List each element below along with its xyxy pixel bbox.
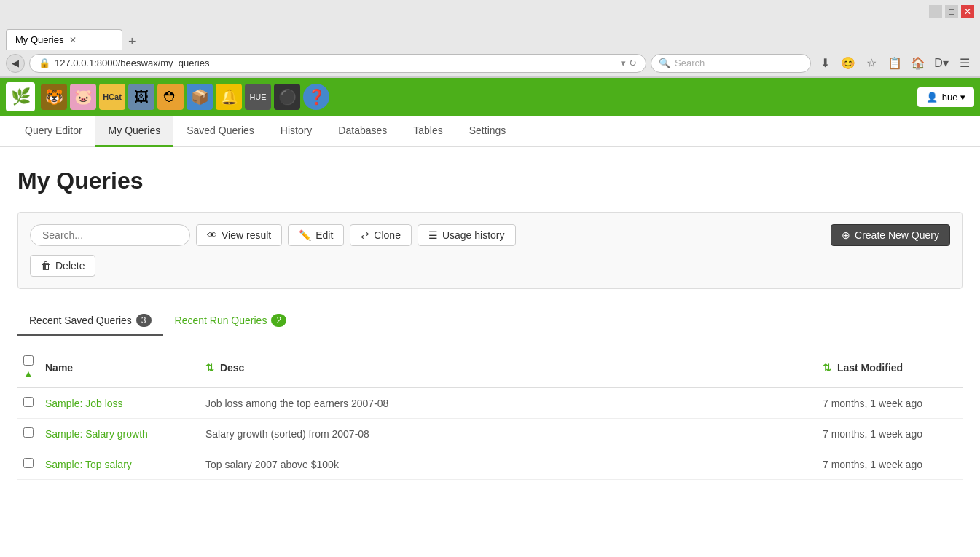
- queries-table: ▲ Name ⇅ Desc ⇅ Last Modified Sample:: [17, 348, 963, 480]
- tab-saved-queries[interactable]: Saved Queries: [173, 116, 267, 147]
- main-content: My Queries 👁 View result ✏️ Edit ⇄ Clone…: [0, 147, 980, 557]
- delete-button[interactable]: 🗑 Delete: [30, 255, 95, 277]
- content-tab-run[interactable]: Recent Run Queries 2: [163, 307, 299, 336]
- tab-history[interactable]: History: [267, 116, 326, 147]
- tab-databases[interactable]: Databases: [325, 116, 400, 147]
- eye-icon: 👁: [207, 229, 217, 241]
- dropdown-icon: ▾: [621, 58, 626, 68]
- view-result-button[interactable]: 👁 View result: [196, 224, 282, 246]
- app-icons: 🐯 🐷 HCat 🖼 ⛑ 📦 🔔 HUE ⚫ ❓: [41, 84, 917, 110]
- table-row: Sample: Job loss Job loss among the top …: [17, 387, 963, 419]
- app-icon-pig[interactable]: 🐷: [70, 84, 96, 110]
- col-header-modified[interactable]: ⇅ Last Modified: [817, 348, 963, 387]
- address-bar: ◀ 🔒 127.0.0.1:8000/beeswax/my_queries ▾ …: [0, 50, 980, 77]
- star-icon[interactable]: ☆: [862, 54, 881, 73]
- browser-actions: ⬇ 😊 ☆ 📋 🏠 D▾ ☰: [815, 54, 974, 73]
- view-result-label: View result: [222, 229, 271, 241]
- create-new-label: Create New Query: [855, 229, 939, 241]
- row-name-2[interactable]: Sample: Top salary: [39, 449, 200, 480]
- user-icon: 👤: [926, 92, 938, 103]
- col-name-label: Name: [45, 362, 73, 374]
- run-tab-badge: 2: [271, 314, 286, 327]
- tab-my-queries[interactable]: My Queries: [95, 116, 174, 147]
- app-icon-hue[interactable]: HUE: [245, 84, 271, 110]
- logo-icon: 🌿: [11, 87, 31, 106]
- minimize-button[interactable]: —: [929, 5, 942, 18]
- back-button[interactable]: ◀: [6, 54, 25, 73]
- close-button[interactable]: ✕: [961, 5, 974, 18]
- bookmark-icon[interactable]: 📋: [885, 54, 904, 73]
- row-desc-1: Salary growth (sorted) from 2007-08: [200, 419, 817, 449]
- row-desc-2: Top salary 2007 above $100k: [200, 449, 817, 480]
- tab-tables[interactable]: Tables: [400, 116, 455, 147]
- select-all-checkbox[interactable]: [23, 355, 34, 366]
- row-name-link-1[interactable]: Sample: Salary growth: [45, 428, 148, 440]
- tab-bar: My Queries ✕ +: [0, 23, 980, 50]
- row-name-link-2[interactable]: Sample: Top salary: [45, 459, 132, 470]
- app-icon-bell[interactable]: 🔔: [216, 84, 242, 110]
- app-toolbar: 🌿 🐯 🐷 HCat 🖼 ⛑ 📦 🔔 HUE ⚫ ❓ 👤 hue ▾: [0, 78, 980, 116]
- app-icon-img[interactable]: 🖼: [128, 84, 154, 110]
- col-header-name[interactable]: Name: [39, 348, 200, 387]
- trash-icon: 🗑: [41, 260, 51, 272]
- content-tab-saved[interactable]: Recent Saved Queries 3: [17, 307, 163, 336]
- app-icon-black[interactable]: ⚫: [274, 84, 300, 110]
- row-check-1: [17, 419, 39, 449]
- row-desc-0: Job loss among the top earners 2007-08: [200, 387, 817, 419]
- sort-icon-desc: ⇅: [205, 362, 214, 374]
- profile-icon[interactable]: D▾: [932, 54, 951, 73]
- app-icon-hcat[interactable]: HCat: [99, 84, 125, 110]
- col-header-check: ▲: [17, 348, 39, 387]
- row-modified-2: 7 months, 1 week ago: [817, 449, 963, 480]
- row-name-link-0[interactable]: Sample: Job loss: [45, 398, 123, 409]
- row-name-1[interactable]: Sample: Salary growth: [39, 419, 200, 449]
- col-desc-label: Desc: [220, 362, 244, 374]
- col-header-desc[interactable]: ⇅ Desc: [200, 348, 817, 387]
- query-search-input[interactable]: [30, 224, 190, 246]
- nav-tabs: Query Editor My Queries Saved Queries Hi…: [0, 116, 980, 147]
- clone-button[interactable]: ⇄ Clone: [350, 224, 412, 246]
- usage-history-button[interactable]: ☰ Usage history: [418, 224, 516, 246]
- row-checkbox-1[interactable]: [23, 427, 34, 438]
- row-modified-1: 7 months, 1 week ago: [817, 419, 963, 449]
- table-row: Sample: Top salary Top salary 2007 above…: [17, 449, 963, 480]
- run-tab-label: Recent Run Queries: [175, 315, 267, 326]
- browser-tab-active[interactable]: My Queries ✕: [6, 29, 122, 50]
- maximize-button[interactable]: □: [945, 5, 958, 18]
- refresh-icon[interactable]: ↻: [629, 58, 637, 68]
- create-new-query-button[interactable]: ⊕ Create New Query: [831, 224, 950, 246]
- app-icon-help[interactable]: ❓: [303, 84, 329, 110]
- browser-search-text: Search: [675, 58, 705, 68]
- edit-label: Edit: [315, 229, 333, 241]
- smiley-icon[interactable]: 😊: [839, 54, 858, 73]
- edit-button[interactable]: ✏️ Edit: [288, 224, 344, 246]
- list-icon: ☰: [428, 229, 438, 241]
- app-logo[interactable]: 🌿: [6, 82, 35, 111]
- delete-label: Delete: [55, 260, 85, 272]
- new-tab-button[interactable]: +: [124, 34, 141, 50]
- tab-query-editor[interactable]: Query Editor: [12, 116, 95, 147]
- edit-icon: ✏️: [299, 229, 311, 241]
- user-menu-button[interactable]: 👤 hue ▾: [917, 87, 974, 107]
- query-toolbar: 👁 View result ✏️ Edit ⇄ Clone ☰ Usage hi…: [17, 212, 963, 289]
- clone-icon: ⇄: [361, 229, 369, 241]
- menu-icon[interactable]: ☰: [955, 54, 974, 73]
- row-checkbox-2[interactable]: [23, 458, 34, 468]
- row-check-0: [17, 387, 39, 419]
- tab-settings[interactable]: Settings: [456, 116, 520, 147]
- row-checkbox-0[interactable]: [23, 397, 34, 407]
- home-icon[interactable]: 🏠: [909, 54, 928, 73]
- app-icon-tiger[interactable]: 🐯: [41, 84, 67, 110]
- url-bar[interactable]: 🔒 127.0.0.1:8000/beeswax/my_queries ▾ ↻: [29, 54, 646, 73]
- usage-history-label: Usage history: [442, 229, 505, 241]
- app-icon-helmet[interactable]: ⛑: [157, 84, 184, 110]
- download-icon[interactable]: ⬇: [815, 54, 834, 73]
- app-icon-box[interactable]: 📦: [187, 84, 213, 110]
- saved-tab-badge: 3: [136, 314, 152, 327]
- tab-close-icon[interactable]: ✕: [69, 35, 77, 45]
- browser-search-bar[interactable]: 🔍 Search: [651, 54, 811, 73]
- row-name-0[interactable]: Sample: Job loss: [39, 387, 200, 419]
- url-icons: ▾ ↻: [621, 58, 637, 68]
- page-title: My Queries: [17, 167, 963, 194]
- plus-icon: ⊕: [842, 229, 850, 241]
